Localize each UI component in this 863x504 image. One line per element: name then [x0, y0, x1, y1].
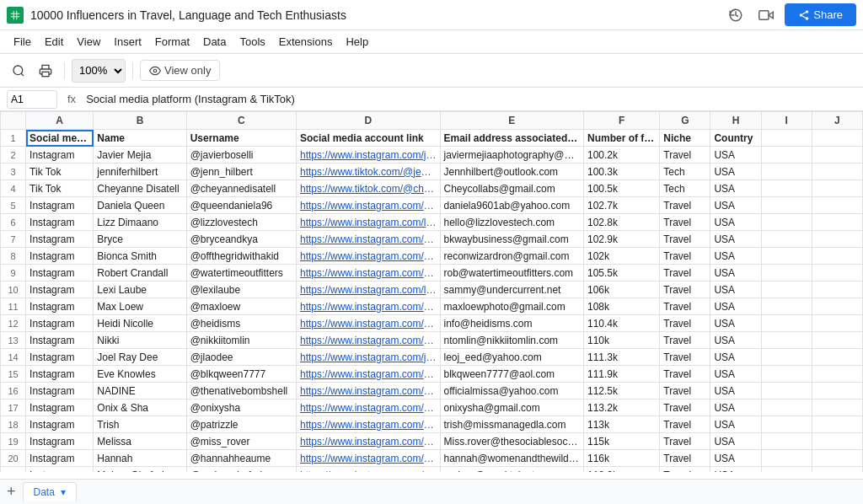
cell-d21[interactable]: https://www.instagram.com/mahnaghaf [297, 467, 441, 473]
cell-i19[interactable] [761, 433, 812, 450]
cell-e9[interactable]: rob@watertimeoutfitters.com [440, 265, 584, 281]
cell-e7[interactable]: bkwaybusiness@gmail.com [440, 231, 584, 248]
col-header-a[interactable]: A [26, 112, 94, 130]
cell-i3[interactable] [761, 164, 812, 180]
cell-a10[interactable]: Instagram [26, 281, 94, 298]
cell-e3[interactable]: Jennhilbert@outlook.com [440, 164, 584, 180]
cell-d16[interactable]: https://www.instagram.com/thenativeb [297, 383, 441, 399]
cell-f2[interactable]: 100.2k [584, 147, 660, 164]
cell-a13[interactable]: Instagram [26, 332, 94, 349]
col-header-i[interactable]: I [761, 112, 812, 130]
cell-b12[interactable]: Heidi Nicolle [94, 315, 186, 332]
cell-d11[interactable]: https://www.instagram.com/maxloew [297, 298, 441, 315]
cell-a5[interactable]: Instagram [26, 197, 94, 214]
cell-g2[interactable]: Travel [660, 147, 710, 164]
zoom-select[interactable]: 100% 75% 125% [72, 59, 126, 83]
cell-d5[interactable]: https://www.instagram.com/queendan [297, 197, 441, 214]
cell-i4[interactable] [761, 180, 812, 197]
cell-j14[interactable] [812, 349, 862, 366]
cell-d4[interactable]: https://www.tiktok.com/@cheyannedis [297, 180, 441, 197]
cell-i15[interactable] [761, 366, 812, 383]
cell-f15[interactable]: 111.9k [584, 366, 660, 383]
cell-a16[interactable]: Instagram [26, 383, 94, 399]
video-icon[interactable] [754, 3, 778, 27]
cell-h15[interactable]: USA [710, 366, 761, 383]
cell-b7[interactable]: Bryce [94, 231, 186, 248]
cell-b15[interactable]: Eve Knowles [94, 366, 186, 383]
cell-a6[interactable]: Instagram [26, 214, 94, 231]
cell-c20[interactable]: @hannahheaume [186, 450, 296, 467]
cell-e14[interactable]: leoj_eed@yahoo.com [440, 349, 584, 366]
cell-a4[interactable]: Tik Tok [26, 180, 94, 197]
cell-a19[interactable]: Instagram [26, 433, 94, 450]
cell-i10[interactable] [761, 281, 812, 298]
cell-f6[interactable]: 102.8k [584, 214, 660, 231]
cell-a17[interactable]: Instagram [26, 399, 94, 416]
cell-f21[interactable]: 118.3k [584, 467, 660, 473]
cell-g5[interactable]: Travel [660, 197, 710, 214]
menu-view[interactable]: View [70, 34, 107, 50]
cell-f14[interactable]: 111.3k [584, 349, 660, 366]
cell-d17[interactable]: https://www.instagram.com/onixysha/ [297, 399, 441, 416]
menu-data[interactable]: Data [196, 34, 233, 50]
cell-i11[interactable] [761, 298, 812, 315]
cell-j12[interactable] [812, 315, 862, 332]
cell-i9[interactable] [761, 265, 812, 281]
cell-e4[interactable]: Cheycollabs@gmail.com [440, 180, 584, 197]
cell-e11[interactable]: maxloewphoto@gmail.com [440, 298, 584, 315]
cell-e8[interactable]: reconwizardron@gmail.com [440, 248, 584, 265]
cell-g12[interactable]: Travel [660, 315, 710, 332]
cell-a12[interactable]: Instagram [26, 315, 94, 332]
cell-i8[interactable] [761, 248, 812, 265]
cell-d19[interactable]: https://www.instagram.com/miss_rover [297, 433, 441, 450]
cell-h5[interactable]: USA [710, 197, 761, 214]
cell-b14[interactable]: Joel Ray Dee [94, 349, 186, 366]
cell-g18[interactable]: Travel [660, 416, 710, 433]
header-cell-f1[interactable]: Number of followers [584, 130, 660, 147]
cell-h12[interactable]: USA [710, 315, 761, 332]
cell-g19[interactable]: Travel [660, 433, 710, 450]
cell-j18[interactable] [812, 416, 862, 433]
cell-g13[interactable]: Travel [660, 332, 710, 349]
cell-j7[interactable] [812, 231, 862, 248]
cell-b6[interactable]: Lizz Dimaano [94, 214, 186, 231]
cell-j20[interactable] [812, 450, 862, 467]
cell-d15[interactable]: https://www.instagram.com/blkqween7 [297, 366, 441, 383]
cell-c19[interactable]: @miss_rover [186, 433, 296, 450]
cell-f12[interactable]: 110.4k [584, 315, 660, 332]
cell-b18[interactable]: Trish [94, 416, 186, 433]
cell-d10[interactable]: https://www.instagram.com/lexilaube [297, 281, 441, 298]
cell-d8[interactable]: https://www.instagram.com/offthegrid [297, 248, 441, 265]
cell-f4[interactable]: 100.5k [584, 180, 660, 197]
col-header-c[interactable]: C [186, 112, 296, 130]
cell-j16[interactable] [812, 383, 862, 399]
cell-b16[interactable]: NADINE [94, 383, 186, 399]
cell-j21[interactable] [812, 467, 862, 473]
cell-i6[interactable] [761, 214, 812, 231]
cell-a11[interactable]: Instagram [26, 298, 94, 315]
menu-edit[interactable]: Edit [38, 34, 70, 50]
cell-d12[interactable]: https://www.instagram.com/heidisms/ [297, 315, 441, 332]
print-button[interactable] [34, 59, 57, 83]
cell-b9[interactable]: Robert Crandall [94, 265, 186, 281]
cell-c15[interactable]: @blkqween7777 [186, 366, 296, 383]
cell-f5[interactable]: 102.7k [584, 197, 660, 214]
cell-h13[interactable]: USA [710, 332, 761, 349]
cell-i18[interactable] [761, 416, 812, 433]
header-cell-e1[interactable]: Email address associated with the so [440, 130, 584, 147]
cell-e15[interactable]: blkqween7777@aol.com [440, 366, 584, 383]
cell-b13[interactable]: Nikki [94, 332, 186, 349]
cell-d2[interactable]: https://www.instagram.com/javierbose [297, 147, 441, 164]
header-cell-g1[interactable]: Niche [660, 130, 710, 147]
cell-h2[interactable]: USA [710, 147, 761, 164]
cell-g17[interactable]: Travel [660, 399, 710, 416]
cell-c17[interactable]: @onixysha [186, 399, 296, 416]
cell-h4[interactable]: USA [710, 180, 761, 197]
cell-h11[interactable]: USA [710, 298, 761, 315]
cell-i17[interactable] [761, 399, 812, 416]
cell-c12[interactable]: @heidisms [186, 315, 296, 332]
cell-e6[interactable]: hello@lizzlovestech.com [440, 214, 584, 231]
cell-c14[interactable]: @jlaodee [186, 349, 296, 366]
cell-c3[interactable]: @jenn_hilbert [186, 164, 296, 180]
cell-j13[interactable] [812, 332, 862, 349]
